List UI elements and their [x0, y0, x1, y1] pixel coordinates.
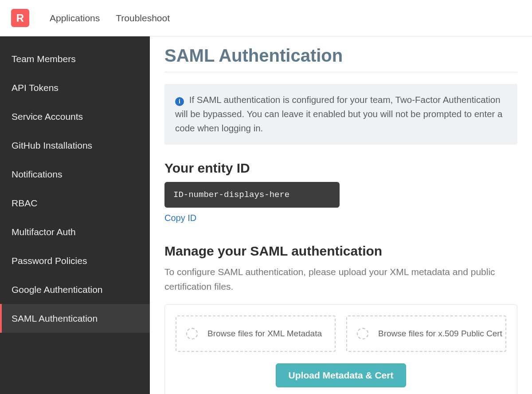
dropzone-label: Browse files for x.509 Public Cert	[378, 329, 502, 339]
dropzone-xml-metadata[interactable]: Browse files for XML Metadata	[176, 315, 336, 352]
top-nav: Applications Troubleshoot	[50, 13, 170, 24]
sidebar-item-rbac[interactable]: RBAC	[0, 189, 150, 217]
dropzone-x509-cert[interactable]: Browse files for x.509 Public Cert	[346, 315, 506, 352]
sidebar-item-label: SAML Authentication	[12, 313, 98, 324]
upload-button-row: Upload Metadata & Cert	[176, 363, 506, 387]
brand-logo-letter: R	[16, 12, 24, 24]
manage-heading: Manage your SAML authentication	[164, 244, 517, 259]
entity-id-heading: Your entity ID	[164, 161, 517, 176]
sidebar-item-label: Service Accounts	[12, 111, 83, 122]
sidebar: Team Members API Tokens Service Accounts…	[0, 36, 150, 394]
upload-metadata-cert-button[interactable]: Upload Metadata & Cert	[276, 363, 407, 387]
info-callout: i If SAML authentication is configured f…	[164, 84, 517, 145]
topnav-item-troubleshoot[interactable]: Troubleshoot	[116, 13, 170, 24]
sidebar-item-github-installations[interactable]: GitHub Installations	[0, 131, 150, 160]
sidebar-item-service-accounts[interactable]: Service Accounts	[0, 102, 150, 131]
sidebar-item-password-policies[interactable]: Password Policies	[0, 246, 150, 275]
sidebar-item-label: GitHub Installations	[12, 140, 92, 151]
manage-description: To configure SAML authentication, please…	[164, 265, 517, 294]
info-icon: i	[175, 97, 184, 106]
sidebar-item-label: Google Authentication	[12, 284, 103, 295]
upload-target-icon	[357, 328, 368, 339]
sidebar-item-label: RBAC	[12, 198, 37, 209]
dropzones-row: Browse files for XML Metadata Browse fil…	[176, 315, 506, 352]
page-title: SAML Authentication	[164, 46, 517, 72]
sidebar-item-google-authentication[interactable]: Google Authentication	[0, 275, 150, 304]
sidebar-item-multifactor-auth[interactable]: Multifactor Auth	[0, 217, 150, 246]
sidebar-item-label: Team Members	[12, 54, 76, 64]
entity-id-value: ID-number-displays-here	[164, 182, 340, 208]
sidebar-item-notifications[interactable]: Notifications	[0, 160, 150, 189]
sidebar-item-label: Notifications	[12, 169, 62, 180]
main-content: SAML Authentication i If SAML authentica…	[150, 36, 532, 394]
sidebar-item-api-tokens[interactable]: API Tokens	[0, 73, 150, 102]
sidebar-item-team-members[interactable]: Team Members	[0, 44, 150, 73]
sidebar-item-label: Multifactor Auth	[12, 227, 76, 237]
brand-logo[interactable]: R	[11, 9, 29, 27]
info-callout-text: If SAML authentication is configured for…	[175, 95, 503, 133]
sidebar-item-label: Password Policies	[12, 256, 87, 266]
copy-id-link[interactable]: Copy ID	[164, 213, 196, 223]
topnav-item-applications[interactable]: Applications	[50, 13, 100, 24]
upload-target-icon	[186, 328, 198, 339]
topbar: R Applications Troubleshoot	[0, 0, 532, 36]
upload-panel: Browse files for XML Metadata Browse fil…	[164, 304, 517, 394]
dropzone-label: Browse files for XML Metadata	[207, 329, 322, 339]
sidebar-item-label: API Tokens	[12, 83, 59, 93]
sidebar-item-saml-authentication[interactable]: SAML Authentication	[0, 304, 150, 333]
